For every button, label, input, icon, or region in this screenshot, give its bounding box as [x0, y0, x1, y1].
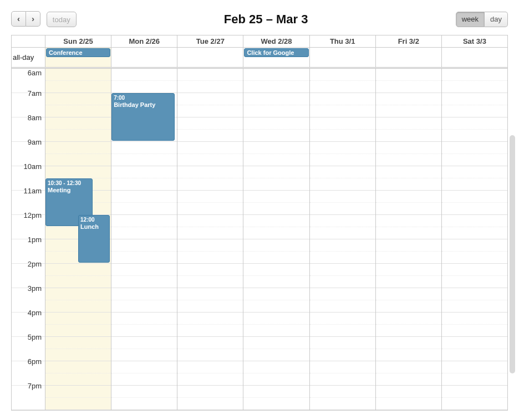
- time-slot[interactable]: [45, 93, 111, 105]
- time-slot[interactable]: [376, 191, 441, 203]
- time-slot[interactable]: [376, 386, 441, 398]
- time-slot[interactable]: [243, 325, 309, 337]
- time-slot[interactable]: [177, 313, 243, 325]
- time-slot[interactable]: [376, 130, 441, 142]
- time-slot[interactable]: [442, 69, 507, 81]
- time-slot[interactable]: [177, 227, 243, 239]
- time-slot[interactable]: [442, 191, 507, 203]
- time-slot[interactable]: [442, 252, 507, 264]
- time-slot[interactable]: [243, 386, 309, 398]
- time-slot[interactable]: [243, 130, 309, 142]
- time-slot[interactable]: [111, 337, 177, 349]
- time-slot[interactable]: [177, 276, 243, 288]
- time-slot[interactable]: [111, 361, 177, 373]
- time-slot[interactable]: [177, 117, 243, 130]
- time-slot[interactable]: [442, 398, 507, 410]
- day-column[interactable]: [441, 69, 507, 410]
- calendar-event[interactable]: 7:00Birthday Party: [111, 93, 174, 141]
- time-slot[interactable]: [45, 166, 111, 178]
- allday-cell[interactable]: [309, 48, 375, 67]
- time-slot[interactable]: [442, 166, 507, 178]
- time-slot[interactable]: [45, 154, 111, 166]
- time-slot[interactable]: [111, 154, 177, 166]
- day-column[interactable]: 10:30 - 12:30Meeting12:00Lunch: [45, 69, 111, 410]
- time-slot[interactable]: [45, 313, 111, 325]
- time-slot[interactable]: [442, 313, 507, 325]
- time-slot[interactable]: [177, 288, 243, 300]
- day-column[interactable]: [375, 69, 441, 410]
- time-slot[interactable]: [177, 252, 243, 264]
- time-slot[interactable]: [243, 252, 309, 264]
- view-week-button[interactable]: week: [456, 12, 485, 27]
- time-slot[interactable]: [442, 227, 507, 239]
- time-slot[interactable]: [45, 264, 111, 276]
- time-slot[interactable]: [376, 325, 441, 337]
- time-slot[interactable]: [177, 300, 243, 313]
- time-slot[interactable]: [376, 166, 441, 178]
- time-slot[interactable]: [310, 166, 375, 178]
- time-slot[interactable]: [442, 349, 507, 361]
- day-column[interactable]: [177, 69, 243, 410]
- time-slot[interactable]: [442, 142, 507, 154]
- time-slot[interactable]: [310, 154, 375, 166]
- time-slot[interactable]: [376, 81, 441, 93]
- time-slot[interactable]: [243, 142, 309, 154]
- time-slot[interactable]: [243, 361, 309, 373]
- time-slot[interactable]: [45, 276, 111, 288]
- time-slot[interactable]: [243, 154, 309, 166]
- time-slot[interactable]: [111, 203, 177, 215]
- calendar-event[interactable]: 12:00Lunch: [78, 215, 110, 263]
- time-slot[interactable]: [45, 130, 111, 142]
- time-slot[interactable]: [177, 130, 243, 142]
- time-slot[interactable]: [310, 373, 375, 386]
- time-slot[interactable]: [111, 264, 177, 276]
- time-slot[interactable]: [177, 325, 243, 337]
- time-slot[interactable]: [442, 239, 507, 252]
- time-slot[interactable]: [376, 313, 441, 325]
- time-slot[interactable]: [111, 325, 177, 337]
- time-slot[interactable]: [442, 93, 507, 105]
- time-slot[interactable]: [442, 130, 507, 142]
- time-slot[interactable]: [45, 81, 111, 93]
- time-slot[interactable]: [376, 337, 441, 349]
- scrollbar[interactable]: [510, 135, 515, 373]
- time-slot[interactable]: [111, 276, 177, 288]
- time-slot[interactable]: [310, 300, 375, 313]
- time-slot[interactable]: [243, 276, 309, 288]
- time-slot[interactable]: [45, 398, 111, 410]
- time-slot[interactable]: [111, 69, 177, 81]
- time-slot[interactable]: [442, 325, 507, 337]
- time-slot[interactable]: [177, 93, 243, 105]
- time-slot[interactable]: [243, 373, 309, 386]
- time-slot[interactable]: [310, 325, 375, 337]
- time-slot[interactable]: [111, 349, 177, 361]
- time-slot[interactable]: [376, 398, 441, 410]
- time-slot[interactable]: [243, 93, 309, 105]
- day-header[interactable]: Wed 2/28: [243, 35, 309, 47]
- time-slot[interactable]: [45, 300, 111, 313]
- time-slot[interactable]: [243, 398, 309, 410]
- time-slot[interactable]: [376, 227, 441, 239]
- time-slot[interactable]: [111, 191, 177, 203]
- view-day-button[interactable]: day: [485, 12, 508, 27]
- allday-cell[interactable]: [375, 48, 441, 67]
- time-slot[interactable]: [177, 166, 243, 178]
- time-slot[interactable]: [177, 105, 243, 117]
- time-slot[interactable]: [243, 81, 309, 93]
- time-slot[interactable]: [111, 313, 177, 325]
- time-slot[interactable]: [376, 264, 441, 276]
- time-slot[interactable]: [45, 142, 111, 154]
- time-slot[interactable]: [442, 154, 507, 166]
- time-slot[interactable]: [310, 349, 375, 361]
- time-slot[interactable]: [376, 117, 441, 130]
- time-slot[interactable]: [111, 81, 177, 93]
- time-slot[interactable]: [45, 69, 111, 81]
- allday-cell[interactable]: Conference: [45, 48, 111, 67]
- time-slot[interactable]: [177, 264, 243, 276]
- time-slot[interactable]: [376, 142, 441, 154]
- time-slot[interactable]: [310, 337, 375, 349]
- time-slot[interactable]: [310, 361, 375, 373]
- time-slot[interactable]: [310, 117, 375, 130]
- time-slot[interactable]: [177, 373, 243, 386]
- allday-cell[interactable]: [111, 48, 177, 67]
